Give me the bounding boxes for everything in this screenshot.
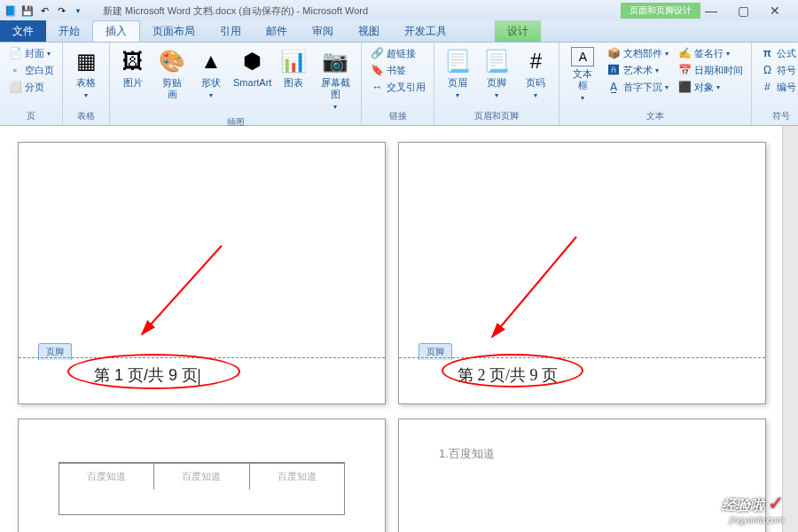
parts-icon: 📦 <box>606 46 621 60</box>
picture-icon: 🖼 <box>119 47 147 75</box>
equation-button[interactable]: π公式▾ <box>757 45 798 61</box>
close-icon[interactable]: ✕ <box>764 3 786 19</box>
number-button[interactable]: #编号 <box>757 79 798 95</box>
group-header-footer: 📃页眉▾ 📃页脚▾ #页码▾ 页眉和页脚 <box>434 43 559 125</box>
textbox-button[interactable]: A文本框▾ <box>565 45 600 106</box>
smartart-button[interactable]: ⬢SmartArt <box>232 45 272 90</box>
dropcap-icon: A̲ <box>606 80 621 94</box>
break-icon: ⬜ <box>8 80 22 94</box>
clipart-button[interactable]: 🎨剪贴画 <box>154 45 190 102</box>
footer-button[interactable]: 📃页脚▾ <box>479 45 514 102</box>
tab-mail[interactable]: 邮件 <box>254 20 300 42</box>
bookmark-icon: 🔖 <box>370 63 384 77</box>
tab-layout[interactable]: 页面布局 <box>140 20 207 42</box>
datetime-button[interactable]: 📅日期和时间 <box>675 62 746 78</box>
group-text: A文本框▾ 📦文档部件▾ 🅰艺术术▾ A̲首字下沉▾ ✍签名行▾ 📅日期和时间 … <box>559 43 752 125</box>
pagenum-icon: # <box>521 47 550 75</box>
page-1-bottom[interactable]: 页眉 百度知道 百度知道 百度知道 <box>18 419 386 532</box>
document-workspace[interactable]: 页脚 第 1 页/共 9 页 页脚 第 2 页/共 9 页 页眉 百度知道 百度… <box>0 126 798 532</box>
tab-file[interactable]: 文件 <box>0 20 46 42</box>
group-table: ▦ 表格▾ 表格 <box>63 43 110 125</box>
save-icon[interactable]: 💾 <box>20 4 35 18</box>
footer-separator <box>399 357 765 358</box>
clipart-icon: 🎨 <box>158 47 186 75</box>
number-icon: # <box>760 80 774 94</box>
tab-view[interactable]: 视图 <box>346 20 392 42</box>
page2-header-text[interactable]: 1.百度知道 <box>439 446 725 462</box>
wordart-button[interactable]: 🅰艺术术▾ <box>604 62 671 78</box>
group-label-links: 链接 <box>367 108 428 122</box>
crossref-button[interactable]: ↔交叉引用 <box>367 79 428 95</box>
shapes-button[interactable]: ▲形状▾ <box>193 45 229 102</box>
tab-home[interactable]: 开始 <box>46 20 92 42</box>
header-icon: 📃 <box>443 47 472 75</box>
ribbon: 📄封面▾ ▫空白页 ⬜分页 页 ▦ 表格▾ 表格 🖼图片 🎨剪贴画 ▲形状▾ ⬢… <box>0 43 798 126</box>
group-label-headerfooter: 页眉和页脚 <box>440 108 553 122</box>
tab-insert[interactable]: 插入 <box>92 20 140 42</box>
contextual-tab-label: 页面和页脚设计 <box>621 3 700 19</box>
dropcap-button[interactable]: A̲首字下沉▾ <box>604 79 671 95</box>
group-label-table: 表格 <box>68 108 104 122</box>
cover-page-button[interactable]: 📄封面▾ <box>5 45 57 61</box>
tab-references[interactable]: 引用 <box>207 20 254 42</box>
smartart-icon: ⬢ <box>239 47 267 75</box>
undo-icon[interactable]: ↶ <box>37 4 51 18</box>
header-button[interactable]: 📃页眉▾ <box>440 45 475 102</box>
tab-dev[interactable]: 开发工具 <box>392 20 459 42</box>
window-title: 新建 Microsoft Word 文档.docx (自动保存的) - Micr… <box>103 4 621 18</box>
group-symbols: π公式▾ Ω符号▾ #编号 符号 <box>752 43 798 125</box>
chart-button[interactable]: 📊图表 <box>276 45 311 90</box>
datetime-icon: 📅 <box>677 63 692 77</box>
hyperlink-button[interactable]: 🔗超链接 <box>367 45 428 61</box>
object-icon: ⬛ <box>677 80 692 94</box>
screenshot-button[interactable]: 📷屏幕截图▾ <box>315 45 356 114</box>
window-controls: — ▢ ✕ <box>700 3 794 19</box>
redo-icon[interactable]: ↷ <box>54 4 68 18</box>
shapes-icon: ▲ <box>197 47 225 75</box>
hyperlink-icon: 🔗 <box>370 46 384 60</box>
qat-dropdown-icon[interactable]: ▼ <box>71 4 85 18</box>
word-icon: 📘 <box>4 4 18 18</box>
textbox-icon: A <box>571 47 594 66</box>
table-cell[interactable]: 百度知道 <box>154 464 249 489</box>
page-number-button[interactable]: #页码▾ <box>518 45 553 102</box>
signature-button[interactable]: ✍签名行▾ <box>675 45 746 61</box>
page-break-button[interactable]: ⬜分页 <box>5 79 57 95</box>
footer-icon: 📃 <box>482 47 511 75</box>
minimize-icon[interactable]: — <box>700 3 722 19</box>
tab-design[interactable]: 设计 <box>495 20 541 42</box>
group-label-pages: 页 <box>5 108 57 122</box>
wordart-icon: 🅰 <box>606 63 621 77</box>
bookmark-button[interactable]: 🔖书签 <box>367 62 428 78</box>
table-button[interactable]: ▦ 表格▾ <box>68 45 104 102</box>
quick-access-toolbar: 📘 💾 ↶ ↷ ▼ <box>4 4 85 18</box>
check-icon: ✓ <box>768 492 784 514</box>
signature-icon: ✍ <box>677 46 692 60</box>
symbol-icon: Ω <box>760 63 774 77</box>
screenshot-icon: 📷 <box>321 47 349 75</box>
tab-review[interactable]: 审阅 <box>300 20 346 42</box>
object-button[interactable]: ⬛对象▾ <box>675 79 746 95</box>
parts-button[interactable]: 📦文档部件▾ <box>604 45 671 61</box>
chart-icon: 📊 <box>279 47 308 75</box>
group-label-symbols: 符号 <box>757 108 798 122</box>
watermark: 经验啦✓ jingyanla.com <box>722 492 784 525</box>
table-icon: ▦ <box>72 47 100 75</box>
group-links: 🔗超链接 🔖书签 ↔交叉引用 链接 <box>362 43 434 125</box>
annotation-ellipse <box>67 354 240 389</box>
page-2[interactable]: 页脚 第 2 页/共 9 页 <box>398 142 766 404</box>
table-cell[interactable]: 百度知道 <box>250 464 344 489</box>
group-label-text: 文本 <box>565 108 746 122</box>
table-cell[interactable]: 百度知道 <box>59 464 154 489</box>
blank-page-button[interactable]: ▫空白页 <box>5 62 57 78</box>
page-1[interactable]: 页脚 第 1 页/共 9 页 <box>18 142 386 404</box>
page-2-bottom[interactable]: 页眉 1.百度知道 <box>398 419 766 532</box>
equation-icon: π <box>760 46 774 60</box>
maximize-icon[interactable]: ▢ <box>732 3 754 19</box>
table[interactable]: 百度知道 百度知道 百度知道 <box>59 462 345 515</box>
picture-button[interactable]: 🖼图片 <box>115 45 151 90</box>
symbol-button[interactable]: Ω符号▾ <box>757 62 798 78</box>
vertical-scrollbar[interactable] <box>782 126 798 532</box>
blank-icon: ▫ <box>8 63 22 77</box>
title-bar: 📘 💾 ↶ ↷ ▼ 新建 Microsoft Word 文档.docx (自动保… <box>0 0 798 21</box>
